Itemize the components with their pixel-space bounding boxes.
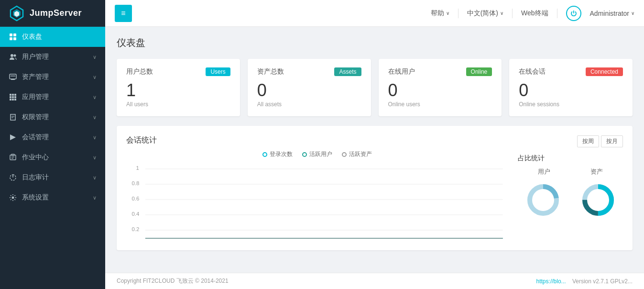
svg-rect-3 [10, 33, 12, 36]
sidebar-item-perm-mgmt[interactable]: 权限管理 ∨ [0, 107, 105, 127]
sidebar-item-app-mgmt[interactable]: 应用管理 ∨ [0, 87, 105, 107]
svg-rect-10 [11, 79, 15, 80]
svg-text:1: 1 [136, 166, 139, 171]
legend-label-login: 登录次数 [270, 150, 293, 158]
dashboard-icon [9, 33, 17, 41]
proportion-labels: 用户 资产 [518, 167, 623, 176]
chart-container: 1 0.8 0.6 0.4 0.2 [126, 164, 508, 241]
sidebar-item-asset-mgmt[interactable]: 资产管理 ∨ [0, 67, 105, 87]
svg-point-8 [14, 55, 16, 57]
sidebar-item-session-mgmt[interactable]: 会话管理 ∨ [0, 127, 105, 147]
chart-svg: 1 0.8 0.6 0.4 0.2 [126, 164, 508, 241]
stat-sub-online-users: Online users [388, 101, 492, 108]
sidebar-label-job-center: 作业中心 [22, 153, 49, 162]
svg-rect-18 [10, 99, 11, 100]
stat-value-online-users: 0 [388, 82, 492, 99]
sidebar-item-user-mgmt[interactable]: 用户管理 ∨ [0, 47, 105, 67]
admin-label: Administrator [590, 10, 629, 17]
sidebar-label-perm-mgmt: 权限管理 [22, 113, 49, 122]
period-controls: 按周 按月 [518, 135, 623, 147]
stat-label-online-users: 在线用户 [388, 67, 415, 76]
stat-badge-assets: Assets [334, 67, 361, 76]
svg-rect-19 [12, 99, 14, 100]
admin-menu[interactable]: Administrator ∨ [590, 10, 634, 17]
footer-link: https://blo... [536, 278, 566, 285]
help-label: 帮助 [431, 9, 444, 18]
header-divider-1 [458, 9, 458, 18]
sidebar-item-sys-settings[interactable]: 系统设置 ∨ [0, 188, 105, 208]
stat-badge-users: Users [206, 67, 230, 76]
language-menu[interactable]: 中文(简体) ∨ [467, 9, 503, 18]
sidebar-label-dashboard: 仪表盘 [22, 33, 42, 41]
stat-card-assets: 资产总数 Assets 0 All assets [248, 59, 371, 116]
power-button[interactable] [566, 6, 581, 21]
legend-active-users: 活跃用户 [302, 150, 332, 158]
donut-assets [579, 181, 617, 219]
svg-text:0.6: 0.6 [131, 196, 139, 201]
session-icon [9, 133, 17, 142]
stat-card-users: 用户总数 Users 1 All users [117, 59, 240, 116]
page-title: 仪表盘 [117, 36, 633, 49]
stat-label-users: 用户总数 [126, 67, 153, 76]
header-divider-2 [512, 9, 513, 18]
menu-toggle-button[interactable]: ≡ [115, 5, 132, 22]
footer-version-area: https://blo... Version v2.7.1 GPLv2... [536, 278, 633, 285]
chevron-icon-8: ∨ [93, 195, 97, 201]
legend-dot-assets [342, 152, 347, 157]
chevron-icon-4: ∨ [93, 114, 97, 121]
sidebar-item-job-center[interactable]: 作业中心 ∨ [0, 147, 105, 167]
legend-label-assets: 活跃资产 [349, 150, 372, 158]
chevron-icon-7: ∨ [93, 175, 97, 181]
sidebar-item-dashboard[interactable]: 仪表盘 [0, 27, 105, 47]
chart-area: 会话统计 登录次数 活跃用户 活跃资产 [126, 135, 508, 241]
legend-active-assets: 活跃资产 [342, 150, 372, 158]
stat-sub-connected: Online sessions [519, 101, 623, 108]
stat-badge-online: Online [466, 67, 492, 76]
svg-point-28 [12, 197, 14, 199]
settings-icon [9, 193, 17, 202]
sidebar-label-session-mgmt: 会话管理 [22, 133, 49, 142]
job-icon [9, 153, 17, 162]
svg-text:0.8: 0.8 [131, 181, 139, 186]
svg-rect-11 [11, 76, 15, 77]
svg-rect-5 [10, 37, 12, 40]
svg-marker-23 [10, 134, 16, 140]
stat-label-assets: 资产总数 [257, 67, 284, 76]
period-month-button[interactable]: 按月 [601, 135, 623, 147]
header-divider-3 [557, 9, 557, 18]
svg-rect-15 [10, 96, 11, 98]
footer-copyright: Copyright FIT2CLOUD 飞致云 © 2014-2021 [117, 277, 229, 285]
logo-area: JumpServer [0, 0, 105, 27]
stat-sub-users: All users [126, 101, 230, 108]
svg-rect-14 [14, 94, 16, 96]
language-chevron-icon: ∨ [500, 11, 503, 16]
chevron-icon-6: ∨ [93, 155, 97, 161]
stat-label-connected: 在线会话 [519, 67, 546, 76]
page-content: 仪表盘 用户总数 Users 1 All users 资产总数 Assets 0… [105, 27, 644, 273]
web-terminal-label: Web终端 [521, 9, 548, 18]
sessions-section: 会话统计 登录次数 活跃用户 活跃资产 [117, 126, 633, 250]
logo-icon [9, 5, 25, 22]
help-menu[interactable]: 帮助 ∨ [431, 9, 449, 18]
svg-rect-17 [14, 96, 16, 98]
donut-assets-svg [579, 181, 617, 219]
svg-rect-6 [13, 37, 16, 40]
user-mgmt-icon [9, 53, 17, 61]
sidebar-label-sys-settings: 系统设置 [22, 193, 49, 202]
stat-value-users: 1 [126, 82, 230, 99]
sidebar-label-asset-mgmt: 资产管理 [22, 73, 49, 81]
sidebar-nav: 仪表盘 用户管理 ∨ 资产管理 ∨ [0, 27, 105, 289]
donut-users-svg [524, 181, 562, 219]
chevron-icon: ∨ [93, 54, 97, 60]
period-week-button[interactable]: 按周 [577, 135, 599, 147]
audit-icon [9, 173, 17, 182]
sidebar-item-audit-log[interactable]: 日志审计 ∨ [0, 167, 105, 188]
legend-login: 登录次数 [262, 150, 293, 158]
web-terminal-link[interactable]: Web终端 [521, 9, 548, 18]
svg-rect-4 [13, 33, 16, 36]
svg-text:0.2: 0.2 [131, 227, 139, 232]
header-right: 帮助 ∨ 中文(简体) ∨ Web终端 Administrator ∨ [431, 6, 634, 21]
language-label: 中文(简体) [467, 9, 498, 18]
perm-icon [9, 113, 17, 122]
main-content: ≡ 帮助 ∨ 中文(简体) ∨ Web终端 [105, 0, 644, 289]
